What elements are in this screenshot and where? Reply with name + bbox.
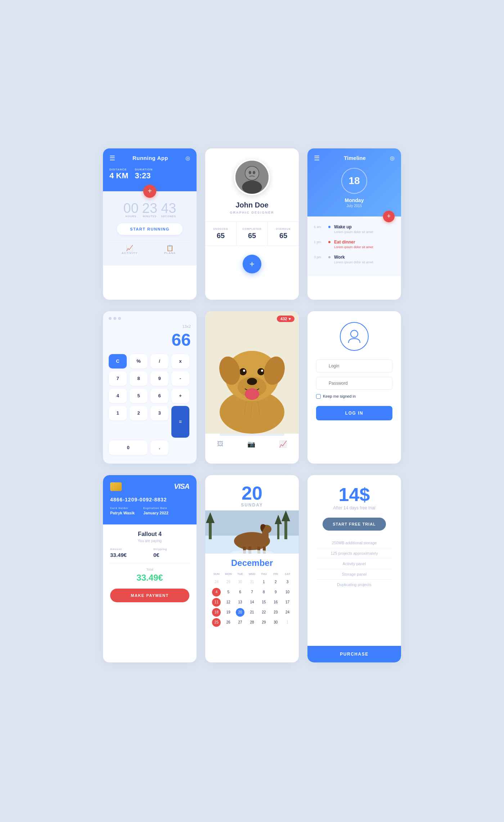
calc-multiply-button[interactable]: x [171, 354, 189, 368]
cal-cell[interactable]: 25 [212, 618, 221, 627]
activity-tab-icon[interactable]: 📈 [279, 440, 287, 448]
calc-0-button[interactable]: 0 [109, 441, 148, 455]
calc-minus-button[interactable]: - [171, 371, 189, 386]
plans-icon: 📋 [150, 245, 190, 251]
cal-cell[interactable]: 11 [212, 598, 221, 607]
calc-5-button[interactable]: 5 [130, 389, 148, 403]
cal-cell[interactable]: 6 [236, 588, 244, 597]
cal-cell[interactable]: 27 [236, 618, 244, 627]
cal-cell[interactable]: 10 [283, 588, 292, 597]
completed-stat: COMPLETED 65 [237, 222, 268, 246]
cal-cell[interactable]: 16 [271, 598, 280, 607]
cal-cell[interactable]: 8 [260, 588, 268, 597]
activity-tab[interactable]: 📈 ACTIVITY [109, 240, 150, 259]
cal-cell[interactable]: 1 [283, 618, 292, 627]
calc-dot-2 [113, 317, 116, 320]
cal-cell[interactable]: 23 [271, 608, 280, 617]
calc-dot-button[interactable]: . [150, 441, 168, 455]
cal-cell[interactable]: 12 [224, 598, 233, 607]
cal-cell[interactable]: 2 [271, 578, 280, 586]
cal-cell[interactable]: 31 [248, 578, 256, 586]
timeline-menu-icon[interactable]: ☰ [314, 154, 320, 162]
cal-cell[interactable]: 28 [212, 578, 221, 586]
cal-cell[interactable]: 26 [224, 618, 233, 627]
cal-cell[interactable]: 3 [283, 578, 292, 586]
cal-cell[interactable]: 24 [283, 608, 292, 617]
pricing-feature-1: 250MB additional storage [316, 538, 392, 548]
svg-point-11 [239, 368, 247, 375]
pricing-price: 14$ [316, 485, 392, 504]
likes-badge: 432 ♥ [277, 316, 294, 322]
cal-cell[interactable]: 15 [260, 598, 268, 607]
cal-cell[interactable]: 18 [212, 608, 221, 617]
running-stats: DISTANCE 4 KM DURATION 3:23 [109, 168, 190, 180]
calc-divide-button[interactable]: / [150, 354, 168, 368]
payment-subtitle: You are paying [110, 539, 189, 543]
purchase-button[interactable]: PURCHASE [307, 646, 401, 662]
running-app-card: ☰ Running App ◎ DISTANCE 4 KM DURATION 3… [103, 148, 197, 300]
start-free-trial-button[interactable]: START FREE TRIAL [323, 518, 386, 531]
cal-cell[interactable]: 30 [271, 618, 280, 627]
cal-cell[interactable]: 19 [224, 608, 233, 617]
plus-button[interactable]: + [143, 185, 156, 198]
horse-svg [205, 510, 299, 554]
cal-cell[interactable]: 4 [212, 588, 221, 597]
pricing-feature-4: Storage panel [316, 569, 392, 580]
row-3: VISA 4866-1209-0092-8832 Card Holder Pat… [97, 475, 407, 662]
pricing-feature-3: Activity panel [316, 559, 392, 569]
timeline-eye-icon[interactable]: ◎ [390, 155, 395, 161]
calc-3-button[interactable]: 3 [150, 406, 168, 420]
payment-divider [110, 563, 189, 563]
calc-equals-button[interactable]: = [171, 406, 189, 438]
cal-cell[interactable]: 21 [248, 608, 256, 617]
timeline-item-2: 1 pm Eat dinner Lorem ipsum dolor sit am… [314, 240, 395, 249]
cal-cell[interactable]: 17 [283, 598, 292, 607]
cal-cell-today[interactable]: 20 [236, 608, 244, 617]
calc-c-button[interactable]: C [109, 354, 127, 368]
menu-icon[interactable]: ☰ [109, 154, 115, 162]
cal-cell[interactable]: 9 [271, 588, 280, 597]
cal-month: December [211, 558, 293, 568]
calc-4-button[interactable]: 4 [109, 389, 127, 403]
image-tab-icon[interactable]: 🖼 [217, 440, 224, 448]
password-input[interactable] [316, 377, 392, 390]
cal-cell[interactable]: 29 [260, 618, 268, 627]
calc-dots [109, 317, 191, 320]
minutes-unit: 23 MINUTES [142, 201, 157, 218]
svg-rect-21 [209, 521, 212, 539]
cal-cell[interactable]: 30 [236, 578, 244, 586]
profile-add-button[interactable]: + [243, 255, 261, 273]
login-button[interactable]: LOG IN [316, 406, 392, 420]
total-value: 33.49€ [110, 573, 189, 583]
calc-9-button[interactable]: 9 [150, 371, 168, 386]
cal-cell[interactable]: 28 [248, 618, 256, 627]
calc-7-button[interactable]: 7 [109, 371, 127, 386]
cal-cell[interactable]: 22 [260, 608, 268, 617]
cal-cell[interactable]: 14 [248, 598, 256, 607]
calc-plus-button[interactable]: + [171, 389, 189, 403]
timeline-body: 6 am Wake up Lorem ipsum dolor sit amet … [307, 216, 401, 276]
cal-cell[interactable]: 29 [224, 578, 233, 586]
cal-day-number: 20 [211, 484, 293, 502]
calendar-top: 20 SUNDAY [205, 475, 299, 508]
login-input[interactable] [316, 359, 392, 372]
calc-1-button[interactable]: 1 [109, 406, 127, 420]
calc-8-button[interactable]: 8 [130, 371, 148, 386]
camera-tab-icon[interactable]: 📷 [247, 440, 255, 448]
timeline-plus-button[interactable]: + [383, 211, 395, 222]
calc-6-button[interactable]: 6 [150, 389, 168, 403]
cal-header-row: SUN MON TUE WED THU FRI SAT [211, 572, 293, 576]
calc-2-button[interactable]: 2 [130, 406, 148, 420]
keep-signed-checkbox[interactable] [316, 394, 321, 399]
cal-cell[interactable]: 1 [260, 578, 268, 586]
calendar-card: 20 SUNDAY [205, 475, 299, 662]
make-payment-button[interactable]: MAKE PAYMENT [110, 589, 189, 602]
start-running-button[interactable]: START RUNNING [117, 223, 183, 235]
cal-cell[interactable]: 13 [236, 598, 244, 607]
cal-cell[interactable]: 5 [224, 588, 233, 597]
eye-icon[interactable]: ◎ [185, 155, 190, 161]
plans-tab[interactable]: 📋 PLANS [150, 240, 190, 259]
calc-percent-button[interactable]: % [130, 354, 148, 368]
payment-card: VISA 4866-1209-0092-8832 Card Holder Pat… [103, 475, 197, 662]
cal-cell[interactable]: 7 [248, 588, 256, 597]
